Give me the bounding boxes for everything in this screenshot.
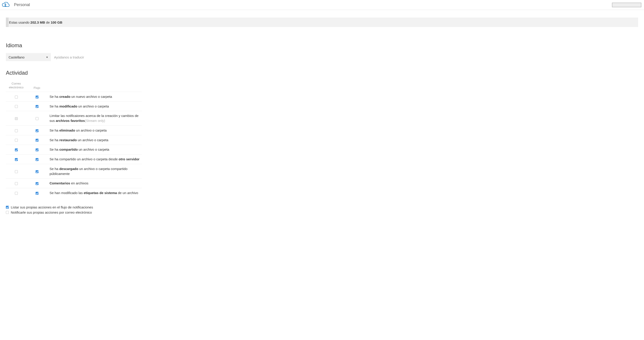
activity-desc-post: un archivo o carpeta [77,104,109,108]
activity-email-cell [6,135,26,145]
storage-quota-bar: Estas usando 202.3 MB de 100 GB [6,17,638,27]
activity-desc-bold: creado [59,95,70,99]
activity-email-cell [6,111,26,126]
activity-stream-cell [26,188,47,198]
svg-point-0 [5,3,6,5]
activity-table: Correo electrónico Flujo Se ha creado un… [6,80,142,198]
activity-stream-checkbox[interactable] [36,170,38,173]
activity-desc-bold: compartido [59,148,78,151]
activity-desc-bold: otro servidor [119,157,140,161]
activity-row: Se ha creado un nuevo archivo o carpeta [6,92,142,101]
activity-stream-checkbox[interactable] [36,182,38,185]
activity-desc-bold: restaurado [59,138,77,142]
activity-desc-bold: archivos favoritos [56,119,85,123]
activity-stream-cell [26,126,47,135]
search-input[interactable] [612,3,641,7]
activity-stream-checkbox[interactable] [36,96,38,99]
activity-desc-pre: Se ha [50,128,59,132]
activity-email-checkbox[interactable] [15,182,18,185]
activity-email-cell [6,92,26,101]
activity-desc: Se ha descargado un archivo o carpeta co… [47,164,142,178]
opt-notify-own-checkbox[interactable] [6,211,9,214]
activity-row: Se ha compartido un archivo o carpeta [6,145,142,155]
activity-stream-cell [26,111,47,126]
activity-email-cell [6,188,26,198]
content: Estas usando 202.3 MB de 100 GB Idioma C… [0,10,644,225]
activity-desc-bold: descargado [59,167,78,171]
svg-rect-1 [4,6,6,7]
quota-mid: de [45,20,51,24]
activity-stream-checkbox[interactable] [36,192,38,195]
activity-email-cell [6,145,26,155]
quota-used: 202.3 MB [30,20,45,24]
activity-desc: Se ha eliminado un archivo o carpeta [47,126,142,135]
opt-notify-own-actions[interactable]: Notificarle sus propias acciones por cor… [6,210,638,214]
activity-email-cell [6,101,26,111]
activity-stream-checkbox[interactable] [36,149,38,151]
language-selected-value: Castellano [8,55,24,59]
activity-desc-pre: Se ha [50,95,59,99]
activity-desc: Se ha modificado un archivo o carpeta [47,101,142,111]
activity-email-checkbox[interactable] [15,96,18,99]
activity-row: Se ha compartido un archivo o carpeta de… [6,155,142,164]
activity-row: Se ha restaurado un archivo o carpeta [6,135,142,145]
activity-col-email: Correo electrónico [6,80,26,92]
activity-desc-pre: Se ha compartido un archivo o carpeta de… [50,157,119,161]
activity-desc-pre: Se ha [50,138,59,142]
activity-row: Se ha descargado un archivo o carpeta co… [6,164,142,178]
activity-desc-post: en archivos [70,181,88,185]
activity-stream-checkbox[interactable] [36,117,38,120]
activity-stream-cell [26,178,47,188]
activity-desc: Se ha creado un nuevo archivo o carpeta [47,92,142,101]
activity-stream-checkbox[interactable] [36,139,38,142]
activity-row: Limitar las notificaiones acerca de la c… [6,111,142,126]
activity-desc-post: un archivo o carpeta [77,138,108,142]
activity-stream-checkbox[interactable] [36,105,38,108]
activity-desc: Se ha compartido un archivo o carpeta de… [47,155,142,164]
activity-desc-post: un nuevo archivo o carpeta [70,95,112,99]
activity-desc: Limitar las notificaiones acerca de la c… [47,111,142,126]
app-logo-icon[interactable] [1,1,10,9]
language-heading: Idioma [6,42,638,49]
opt-list-own-actions[interactable]: Listar sus propias acciones en el flujo … [6,205,638,209]
activity-email-cell [6,126,26,135]
activity-stream-checkbox[interactable] [36,129,38,132]
topbar: Personal [0,0,644,10]
activity-options: Listar sus propias acciones en el flujo … [6,205,638,214]
activity-email-checkbox[interactable] [15,170,18,173]
language-row: Castellano ▼ Ayúdanos a traducir [6,53,638,61]
opt-list-own-checkbox[interactable] [6,206,9,209]
translate-help-link[interactable]: Ayúdanos a traducir [54,55,84,59]
activity-email-checkbox[interactable] [15,139,18,142]
activity-stream-cell [26,135,47,145]
activity-col-desc [47,80,142,92]
activity-email-checkbox[interactable] [15,105,18,108]
svg-rect-2 [5,6,6,6]
activity-email-checkbox[interactable] [15,149,18,151]
chevron-down-icon: ▼ [46,56,48,58]
language-select[interactable]: Castellano ▼ [6,53,51,61]
quota-prefix: Estas usando [9,20,30,24]
activity-row: Se ha modificado un archivo o carpeta [6,101,142,111]
activity-desc: Comentarios en archivos [47,178,142,188]
activity-email-cell [6,155,26,164]
activity-desc: Se ha restaurado un archivo o carpeta [47,135,142,145]
activity-email-checkbox[interactable] [15,158,18,161]
activity-email-checkbox [15,117,18,120]
activity-desc-bold: modificado [59,104,77,108]
opt-notify-own-label: Notificarle sus propias acciones por cor… [11,210,92,214]
activity-stream-cell [26,155,47,164]
activity-row: Comentarios en archivos [6,178,142,188]
activity-desc-bold: etiquetas de sistema [84,191,117,195]
activity-desc-muted: (Stream only) [85,119,105,123]
activity-email-cell [6,178,26,188]
activity-row: Se han modificado las etiquetas de siste… [6,188,142,198]
activity-desc-pre: Se han modificado las [50,191,84,195]
activity-email-checkbox[interactable] [15,129,18,132]
activity-desc-bold: eliminado [59,128,75,132]
activity-stream-checkbox[interactable] [36,158,38,161]
activity-stream-cell [26,164,47,178]
activity-stream-cell [26,145,47,155]
activity-desc-pre: Se ha [50,148,59,151]
activity-email-checkbox[interactable] [15,192,18,195]
